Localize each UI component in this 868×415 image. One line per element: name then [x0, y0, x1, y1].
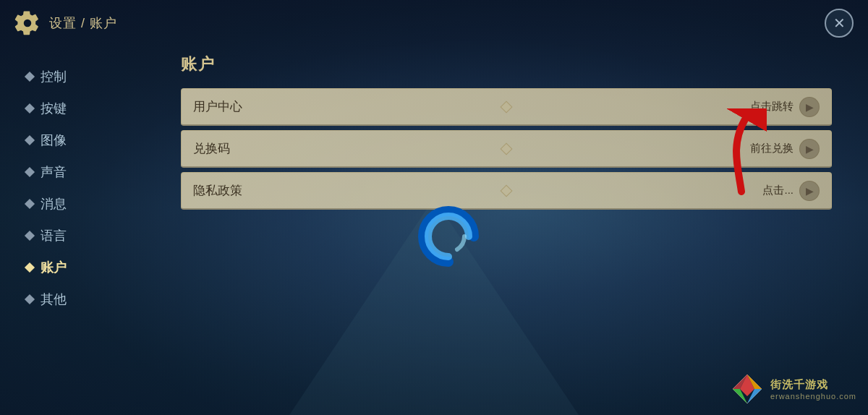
row-diamond — [501, 100, 513, 113]
sidebar-item-sound[interactable]: 声音 — [14, 156, 159, 188]
row-action-redemption: 前往兑换 ▶ — [750, 139, 820, 159]
diamond-icon — [25, 199, 35, 209]
sidebar-item-other[interactable]: 其他 — [14, 283, 159, 315]
row-label-user-center: 用户中心 — [193, 98, 242, 115]
diamond-icon — [25, 103, 35, 114]
sidebar-item-message[interactable]: 消息 — [14, 188, 159, 220]
arrow-right-icon: ▶ — [799, 181, 820, 201]
sidebar-item-label: 声音 — [41, 163, 67, 181]
close-icon: ✕ — [833, 14, 846, 32]
sidebar-item-label: 控制 — [41, 68, 67, 85]
sidebar-item-label: 消息 — [41, 195, 67, 213]
main-content: 账户 用户中心 点击跳转 ▶ 兑换码 前往兑换 ▶ — [159, 46, 854, 401]
privacy-policy-row[interactable]: 隐私政策 点击... ▶ — [181, 172, 832, 210]
watermark-site-name: 街洗千游戏 — [770, 378, 856, 392]
close-button[interactable]: ✕ — [825, 9, 854, 38]
arrow-right-icon: ▶ — [799, 97, 820, 117]
svg-marker-2 — [740, 375, 754, 396]
row-action-user-center: 点击跳转 ▶ — [750, 97, 820, 117]
watermark: 街洗千游戏 erwanshenghuo.com — [730, 372, 856, 406]
breadcrumb: 设置 / 账户 — [49, 14, 117, 32]
sidebar: 控制 按键 图像 声音 消息 语言 — [14, 46, 159, 401]
watermark-text-block: 街洗千游戏 erwanshenghuo.com — [770, 378, 856, 401]
header: 设置 / 账户 ✕ — [0, 0, 868, 46]
row-label-privacy: 隐私政策 — [193, 182, 242, 199]
row-action-label: 前往兑换 — [750, 142, 793, 155]
row-label-redemption: 兑换码 — [193, 140, 230, 157]
row-diamond — [501, 142, 513, 155]
sidebar-item-image[interactable]: 图像 — [14, 124, 159, 156]
sidebar-item-control[interactable]: 控制 — [14, 61, 159, 93]
diamond-icon — [25, 231, 35, 241]
sidebar-item-language[interactable]: 语言 — [14, 220, 159, 252]
diamond-icon-active — [25, 262, 35, 273]
sidebar-item-account[interactable]: 账户 — [14, 252, 159, 283]
row-diamond — [501, 184, 513, 197]
row-action-label: 点击... — [762, 184, 793, 197]
row-action-label: 点击跳转 — [750, 100, 793, 114]
diamond-icon — [25, 294, 35, 304]
sidebar-item-label: 图像 — [41, 132, 67, 149]
arrow-right-icon: ▶ — [799, 139, 820, 159]
watermark-logo — [730, 372, 765, 406]
sidebar-item-label: 账户 — [41, 259, 67, 276]
row-action-privacy: 点击... ▶ — [762, 181, 820, 201]
user-center-row[interactable]: 用户中心 点击跳转 ▶ — [181, 88, 832, 126]
sidebar-item-keys[interactable]: 按键 — [14, 93, 159, 124]
watermark-domain: erwanshenghuo.com — [770, 392, 856, 401]
sidebar-item-label: 其他 — [41, 291, 67, 308]
diamond-icon — [25, 72, 35, 82]
sidebar-item-label: 按键 — [41, 100, 67, 117]
body: 控制 按键 图像 声音 消息 语言 — [0, 46, 868, 415]
redemption-code-row[interactable]: 兑换码 前往兑换 ▶ — [181, 130, 832, 168]
gear-icon — [14, 10, 41, 36]
sidebar-item-label: 语言 — [41, 227, 67, 244]
diamond-icon — [25, 167, 35, 177]
diamond-icon — [25, 135, 35, 145]
section-title: 账户 — [181, 54, 832, 75]
